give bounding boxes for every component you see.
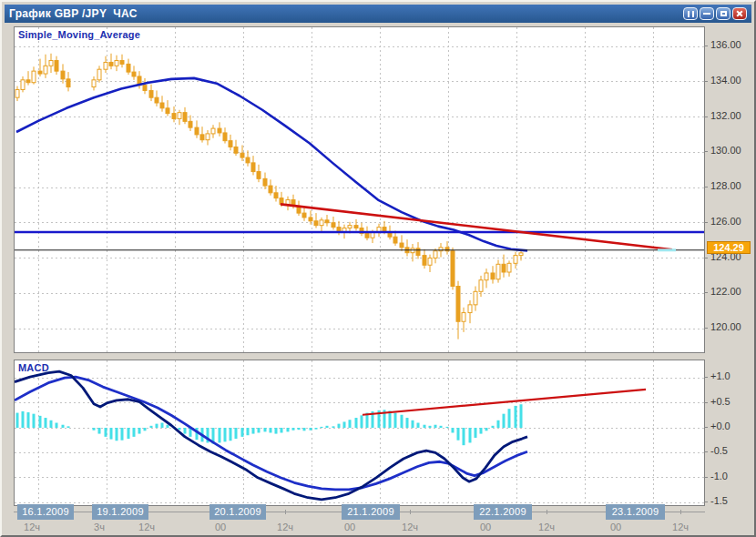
- time-tick-label: 12ч: [24, 522, 40, 532]
- macd-histogram-bar: [138, 428, 141, 434]
- window-titlebar[interactable]: График GBP /JPY ЧАС: [5, 5, 751, 23]
- macd-histogram-bar: [116, 428, 118, 441]
- macd-histogram-bar: [394, 413, 397, 428]
- candle: [234, 147, 238, 153]
- macd-histogram-bar: [275, 428, 278, 434]
- date-label: 23.1.2009: [606, 504, 665, 520]
- candle: [451, 251, 455, 287]
- macd-histogram-bar: [133, 428, 136, 437]
- price-tick-label: 128.00: [710, 180, 741, 191]
- date-label: 16.1.2009: [17, 504, 74, 520]
- price-tick-label: 132.00: [710, 110, 741, 121]
- macd-histogram-bar: [179, 428, 181, 430]
- price-tick-label: 134.00: [710, 75, 741, 86]
- candle: [160, 103, 164, 108]
- candle: [97, 69, 101, 80]
- candle: [143, 86, 147, 91]
- price-tick-label: 120.00: [710, 321, 741, 332]
- macd-histogram-bar: [287, 428, 290, 431]
- time-tick-label: 12ч: [672, 522, 689, 532]
- date-label: 22.1.2009: [474, 504, 532, 520]
- signal-line: [15, 377, 527, 490]
- macd-histogram-bar: [67, 426, 70, 428]
- macd-histogram-bar: [50, 420, 53, 428]
- time-tick-label: 12ч: [138, 522, 155, 532]
- macd-histogram-bar: [475, 428, 477, 438]
- candle: [246, 157, 250, 163]
- minimize-icon: [703, 13, 710, 15]
- macd-histogram-bar: [463, 428, 465, 445]
- time-tick: [680, 510, 681, 514]
- candle: [354, 226, 358, 228]
- maximize-button[interactable]: [716, 7, 730, 20]
- pause-button[interactable]: [683, 7, 698, 20]
- candle: [195, 127, 199, 135]
- price-tick: [704, 46, 708, 46]
- macd-tick: [704, 377, 708, 378]
- macd-histogram-bar: [480, 428, 483, 434]
- macd-histogram-bar: [338, 424, 341, 428]
- macd-histogram-bar: [45, 418, 47, 428]
- candle: [491, 273, 495, 279]
- candle: [109, 62, 113, 66]
- minimize-button[interactable]: [700, 7, 714, 20]
- window-buttons: [683, 7, 747, 20]
- macd-histogram-bar: [167, 425, 169, 428]
- price-tick: [704, 187, 708, 187]
- candle: [257, 172, 261, 179]
- macd-histogram-bar: [434, 425, 437, 428]
- macd-tick: [704, 427, 708, 428]
- macd-histogram-bar: [497, 420, 500, 428]
- candle: [223, 133, 227, 141]
- candle: [485, 273, 488, 280]
- macd-histogram-bar: [16, 413, 19, 428]
- date-label: 20.1.2009: [209, 504, 266, 520]
- price-tick: [704, 81, 708, 82]
- macd-histogram-bar: [492, 426, 495, 428]
- candle: [240, 153, 244, 157]
- candle: [383, 228, 386, 232]
- macd-histogram-bar: [417, 423, 420, 428]
- macd-histogram-bar: [270, 428, 272, 432]
- macd-histogram-bar: [258, 428, 261, 432]
- price-chart-svg: [15, 27, 704, 352]
- macd-tick-label: +0.5: [710, 396, 730, 407]
- close-button[interactable]: [732, 7, 747, 20]
- macd-histogram-bar: [326, 426, 329, 428]
- macd-histogram-bar: [252, 428, 255, 434]
- candle: [428, 258, 432, 266]
- candle: [479, 280, 483, 292]
- time-tick: [410, 510, 411, 514]
- macd-tick-label: -1.0: [710, 471, 728, 481]
- candle: [49, 61, 53, 66]
- price-chart-panel[interactable]: Simple_Moving_Average: [14, 26, 705, 353]
- time-tick-label: 00: [610, 522, 621, 532]
- macd-tick-label: -1.5: [710, 495, 728, 506]
- macd-histogram-bar: [485, 428, 488, 431]
- candle: [496, 264, 500, 279]
- macd-histogram-bar: [412, 420, 414, 428]
- macd-histogram-bar: [56, 423, 58, 428]
- candle: [55, 61, 58, 72]
- candle: [274, 193, 278, 198]
- time-tick-label: 00: [215, 522, 226, 532]
- macd-histogram-bar: [62, 425, 65, 428]
- time-tick: [285, 510, 286, 514]
- macd-histogram-bar: [440, 426, 443, 428]
- macd-histogram-bar: [343, 421, 346, 428]
- macd-line: [15, 371, 527, 500]
- time-tick: [547, 510, 547, 514]
- macd-histogram-bar: [121, 428, 124, 441]
- price-tick: [704, 117, 708, 117]
- macd-histogram-bar: [361, 415, 363, 428]
- app-window: График GBP /JPY ЧАС Simple_Moving_Averag…: [0, 0, 756, 537]
- macd-histogram-bar: [446, 427, 449, 428]
- candle: [325, 220, 329, 223]
- candle: [474, 291, 477, 305]
- candle: [44, 66, 47, 74]
- time-tick-label: 12ч: [538, 522, 555, 532]
- macd-panel[interactable]: MACD: [14, 360, 705, 506]
- macd-tick: [704, 451, 708, 452]
- ascending-trendline: [363, 390, 646, 415]
- candle: [456, 287, 460, 322]
